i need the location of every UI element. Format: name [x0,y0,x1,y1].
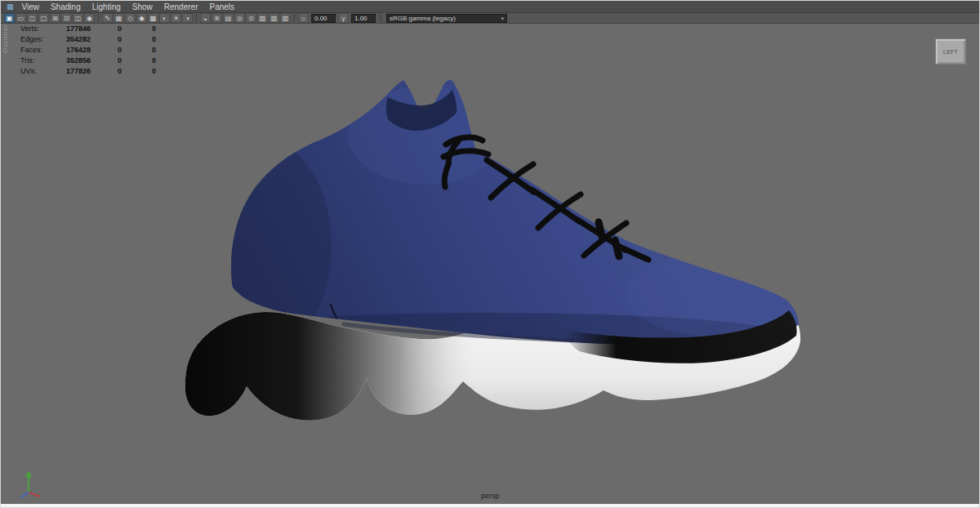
panel-toolbar: ▣ ▭ ◻ ▢ ⊞ ⊡ ◫ ◉ ✎ ▦ ◇ ◆ ▩ ◐ ☀ ◑ ◒ ≋ ▤ ◎ … [1,13,979,24]
wireframe-icon[interactable]: ◇ [125,13,136,23]
single-pane-icon[interactable]: ▣ [4,13,15,23]
field-chart-icon[interactable]: ⊞ [50,13,60,23]
hud-value: 0 [122,24,156,34]
camera-attributes-icon[interactable]: ◉ [84,13,95,23]
gamma-icon[interactable]: γ [338,13,349,23]
lighting-icon[interactable]: ☀ [171,13,181,23]
window-bottom-border [1,504,979,507]
toolbar-separator [196,14,197,22]
hud-row-verts: Verts: 177846 0 0 [20,24,156,34]
heads-up-display: Verts: 177846 0 0 Edges: 354282 0 0 Face… [20,24,156,77]
hud-value: 176428 [56,45,91,56]
hud-label: Tris: [20,56,56,66]
hud-value: 0 [91,66,122,77]
hud-value: 0 [91,45,122,56]
menu-shading[interactable]: Shading [45,1,87,13]
hud-label: Verts: [20,24,56,34]
ambient-occlusion-icon[interactable]: ◒ [200,13,211,23]
x-ray-joints-icon[interactable]: ▧ [269,13,279,23]
hud-value: 177846 [56,24,91,34]
panel-menu-bar: ▦ View Shading Lighting Show Renderer Pa… [1,1,979,13]
shadows-icon[interactable]: ◑ [182,13,193,23]
hud-row-edges: Edges: 354282 0 0 [20,34,156,45]
x-axis-icon [29,492,40,497]
hud-label: UVs: [20,66,56,77]
z-axis-icon [20,492,29,497]
anti-aliasing-icon[interactable]: ▤ [223,13,234,23]
textured-icon[interactable]: ▩ [148,13,158,23]
maya-viewport-window: ▦ View Shading Lighting Show Renderer Pa… [0,0,980,508]
hud-value: 0 [91,24,122,34]
outliner-panel-label[interactable]: Outliner [2,24,9,53]
motion-blur-icon[interactable]: ≋ [212,13,222,23]
isolate-select-icon[interactable]: ⊙ [246,13,256,23]
hud-label: Edges: [20,34,56,45]
panel-grip-icon[interactable]: ▦ [7,2,14,11]
film-gate-icon[interactable]: ▭ [16,13,26,23]
menu-panels[interactable]: Panels [203,1,240,13]
menu-show[interactable]: Show [127,1,158,13]
camera-name-label: persp [1,492,979,500]
plane-mode-icon[interactable]: ▥ [280,13,291,23]
exposure-icon[interactable]: ☼ [298,13,309,23]
depth-of-field-icon[interactable]: ◎ [234,13,245,23]
hud-value: 0 [91,34,122,45]
grid-icon[interactable]: ▦ [114,13,124,23]
menu-renderer[interactable]: Renderer [158,1,204,13]
resolution-gate-icon[interactable]: ◻ [27,13,38,23]
chevron-down-icon: ▾ [501,15,504,22]
exposure-field[interactable]: 0.00 [311,14,336,23]
menu-lighting[interactable]: Lighting [87,1,127,13]
toolbar-separator [381,14,381,22]
hud-value: 0 [122,45,156,56]
hud-value: 354282 [56,34,91,45]
hud-value: 177826 [56,66,91,77]
y-axis-arrow-icon [25,470,32,477]
view-cube-face-label: LEFT [943,49,958,55]
toolbar-separator [98,14,99,22]
gate-mask-icon[interactable]: ▢ [38,13,49,23]
hud-label: Faces: [20,45,56,56]
view-cube[interactable]: LEFT [935,38,966,65]
safe-action-icon[interactable]: ⊡ [61,13,72,23]
hud-value: 0 [122,56,156,66]
shoe-model[interactable] [1,1,980,508]
colorspace-value: sRGB gamma (legacy) [390,15,456,22]
hud-row-uvs: UVs: 177826 0 0 [20,66,156,77]
toolbar-separator [294,14,295,22]
colorspace-dropdown[interactable]: sRGB gamma (legacy) ▾ [386,14,507,23]
safe-title-icon[interactable]: ◫ [73,13,83,23]
default-material-icon[interactable]: ◐ [159,13,170,23]
hud-value: 0 [122,66,156,77]
hud-value: 0 [122,34,156,45]
hud-row-faces: Faces: 176428 0 0 [20,45,156,56]
hud-row-tris: Tris: 352856 0 0 [20,56,156,66]
menu-view[interactable]: View [16,1,46,13]
x-ray-icon[interactable]: ▨ [257,13,268,23]
hud-value: 0 [91,56,122,66]
smooth-shade-icon[interactable]: ◆ [136,13,147,23]
hud-value: 352856 [56,56,91,66]
axis-orientation-gizmo[interactable] [16,465,51,501]
gamma-field[interactable]: 1.00 [351,14,376,23]
grease-pencil-icon[interactable]: ✎ [102,13,113,23]
